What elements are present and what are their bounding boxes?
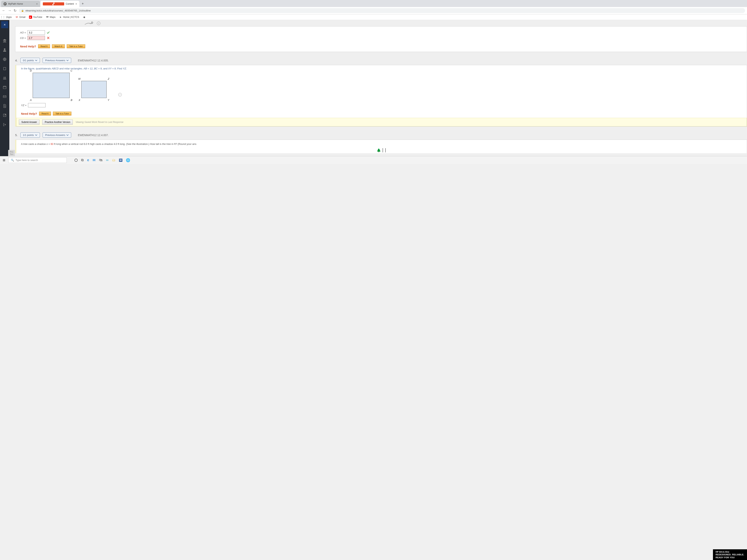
close-icon[interactable]: × bbox=[76, 2, 77, 5]
need-help-label: Need Help? bbox=[20, 45, 36, 48]
points-label: 1/1 points bbox=[23, 134, 34, 136]
footer-links: Priv Terr bbox=[8, 150, 15, 156]
info-icon[interactable]: i bbox=[97, 22, 100, 25]
ao-input[interactable] bbox=[27, 30, 45, 35]
vertex-d-label: D bbox=[91, 21, 93, 24]
prev-label: Previous Answers bbox=[45, 134, 65, 136]
sidebar-item-signout[interactable] bbox=[0, 121, 9, 129]
prev-label: Previous Answers bbox=[45, 59, 65, 62]
sidebar-item-calendar[interactable] bbox=[0, 83, 9, 91]
points-dropdown[interactable]: 0/1 points bbox=[20, 58, 40, 63]
chevron-down-icon bbox=[35, 60, 37, 61]
bookmark-youtube[interactable]: ▶ YouTube bbox=[29, 16, 42, 19]
sidebar-item-profile[interactable] bbox=[0, 46, 9, 54]
question-5-card: A tree casts a shadow x = 60 ft long whe… bbox=[15, 140, 747, 153]
sidebar-item-organizations[interactable] bbox=[0, 74, 9, 82]
vertex-x: X bbox=[79, 99, 80, 102]
talk-tutor-button[interactable]: Talk to a Tutor bbox=[53, 112, 71, 115]
question-4-card: In the figure, quadrilaterals ABCD and m… bbox=[15, 65, 747, 127]
question-number: 4. bbox=[15, 59, 18, 62]
globe-icon: ◉ bbox=[83, 16, 86, 19]
svg-point-1 bbox=[3, 77, 4, 78]
submit-row: Submit Answer Practice Another Version V… bbox=[16, 118, 747, 126]
forward-icon[interactable]: → bbox=[8, 8, 11, 12]
sidebar-item-institution[interactable] bbox=[0, 36, 9, 45]
bookmark-label: YouTube bbox=[33, 16, 42, 19]
globe-icon bbox=[3, 57, 7, 61]
bookmark-extra[interactable]: ◉ bbox=[83, 16, 86, 19]
chrome-icon[interactable]: 🌐 bbox=[126, 158, 130, 162]
book-icon bbox=[3, 67, 7, 71]
search-icon: 🔍 bbox=[11, 159, 14, 162]
watch-it-button[interactable]: Watch It bbox=[52, 44, 65, 48]
bookmark-gmail[interactable]: M Gmail bbox=[15, 16, 25, 19]
svg-rect-3 bbox=[3, 86, 6, 89]
app-icon[interactable]: ∞ bbox=[106, 158, 108, 162]
question-ref: EWENMATH12 12.4.007. bbox=[78, 134, 108, 137]
url-field[interactable]: 🔒 elearning.kctcs.edu/ultra/courses/_493… bbox=[19, 8, 745, 13]
explorer-icon[interactable]: 🗂 bbox=[112, 158, 115, 162]
question-ref: EWENMATH12 12.4.005. bbox=[78, 59, 108, 62]
question-4-header: 4. 0/1 points Previous Answers EWENMATH1… bbox=[15, 58, 747, 63]
cd-input[interactable] bbox=[27, 36, 45, 40]
back-icon[interactable]: ← bbox=[2, 8, 5, 12]
close-icon[interactable]: × bbox=[36, 2, 38, 5]
cortana-icon[interactable] bbox=[75, 159, 78, 162]
footer-priv[interactable]: Priv bbox=[10, 151, 14, 153]
sidebar-item-tools[interactable] bbox=[0, 111, 9, 119]
read-it-button[interactable]: Read It bbox=[38, 44, 50, 48]
saved-work-text[interactable]: Viewing Saved Work Revert to Last Respon… bbox=[76, 121, 123, 124]
start-button[interactable]: ⊞ bbox=[2, 158, 6, 162]
chevron-down-icon bbox=[66, 60, 69, 61]
gmail-icon: M bbox=[15, 16, 18, 19]
bookmark-maps[interactable]: 🗺 Maps bbox=[46, 16, 55, 19]
yz-label: YZ = bbox=[21, 104, 26, 107]
bookmark-kctcs[interactable]: ➤ Home | KCTCS bbox=[59, 16, 79, 19]
bookmark-label: Apps bbox=[6, 16, 12, 19]
envelope-icon bbox=[3, 95, 7, 99]
sidebar-item-courses[interactable] bbox=[0, 64, 9, 73]
practice-another-button[interactable]: Practice Another Version bbox=[42, 119, 73, 125]
previous-answers-dropdown[interactable]: Previous Answers bbox=[43, 58, 71, 63]
sidebar-close-button[interactable]: × bbox=[1, 21, 8, 28]
sidebar-item-activity[interactable] bbox=[0, 55, 9, 63]
vertex-c: C bbox=[71, 69, 72, 72]
calendar-icon bbox=[3, 85, 7, 89]
read-it-button[interactable]: Read It bbox=[39, 112, 51, 115]
cd-label: CD = bbox=[20, 36, 26, 39]
bookmark-apps[interactable]: ⋮⋮⋮ Apps bbox=[2, 16, 12, 19]
sidebar-item-grades[interactable] bbox=[0, 102, 9, 110]
bookmark-label: Home | KCTCS bbox=[63, 16, 79, 19]
new-tab-button[interactable]: + bbox=[80, 1, 86, 7]
check-icon bbox=[47, 31, 50, 34]
mypath-favicon-icon: ⟳ bbox=[3, 2, 7, 5]
points-dropdown[interactable]: 1/1 points bbox=[20, 132, 40, 138]
previous-answers-dropdown[interactable]: Previous Answers bbox=[43, 132, 71, 138]
tab-label: MyPath Home bbox=[8, 2, 23, 5]
yz-input[interactable] bbox=[28, 103, 46, 107]
store-icon[interactable]: 🛍 bbox=[99, 158, 103, 162]
tab-mypath[interactable]: ⟳ MyPath Home × bbox=[1, 1, 40, 7]
lock-icon: 🔒 bbox=[21, 9, 24, 12]
need-help-label: Need Help? bbox=[21, 112, 37, 115]
taskbar-search[interactable]: 🔍 Type here to search bbox=[8, 157, 67, 163]
bookmarks-bar: ⋮⋮⋮ Apps M Gmail ▶ YouTube 🗺 Maps ➤ Home… bbox=[0, 15, 747, 20]
talk-tutor-button[interactable]: Talk to a Tutor bbox=[67, 44, 85, 48]
address-bar: ← → ↻ 🔒 elearning.kctcs.edu/ultra/course… bbox=[0, 7, 747, 15]
tab-content[interactable]: ▞ Content × bbox=[41, 1, 79, 7]
reload-icon[interactable]: ↻ bbox=[14, 8, 17, 13]
bookmark-label: Maps bbox=[50, 16, 55, 19]
taskview-icon[interactable]: ⧉ bbox=[81, 158, 84, 162]
info-icon[interactable]: i bbox=[118, 93, 122, 97]
chevron-down-icon bbox=[66, 134, 69, 136]
submit-answer-button[interactable]: Submit Answer bbox=[19, 119, 40, 125]
question-5-text: A tree casts a shadow x = 60 ft long whe… bbox=[21, 142, 742, 145]
word-icon[interactable]: W bbox=[119, 159, 122, 162]
question-3-card: AO = CD = Need Help? Read It Watch It Ta… bbox=[15, 26, 747, 52]
edge-icon[interactable]: e bbox=[87, 158, 89, 162]
footer-terr[interactable]: Terr bbox=[10, 153, 14, 155]
vertex-d: D bbox=[30, 69, 32, 72]
mail-icon[interactable]: ✉ bbox=[93, 158, 96, 162]
rect-abcd bbox=[33, 73, 70, 98]
sidebar-item-messages[interactable] bbox=[0, 92, 9, 101]
